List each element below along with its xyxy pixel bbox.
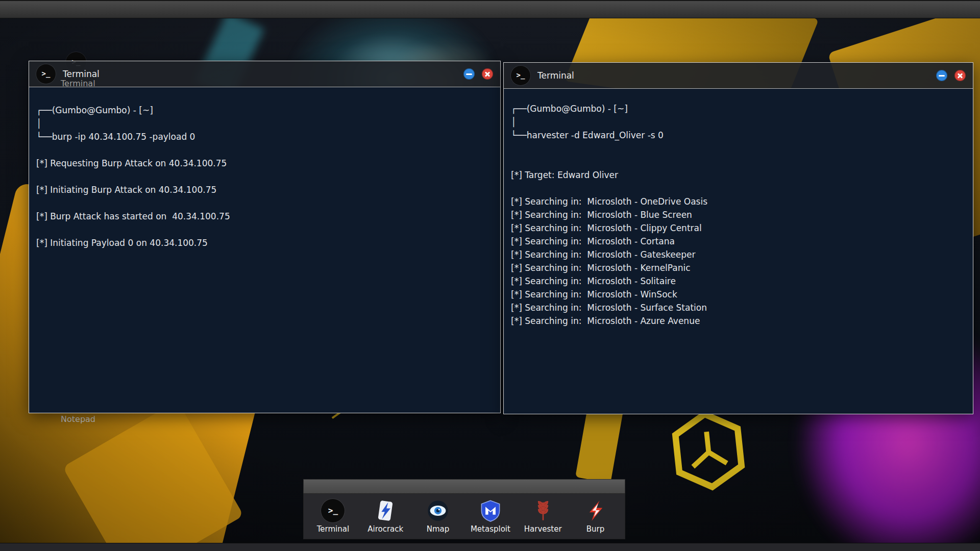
- close-button[interactable]: [954, 70, 966, 81]
- terminal-window-right: Terminal ┌──(Gumbo@Gumbo) - [~] │ └──har…: [503, 62, 973, 414]
- terminal-line: [*] Searching in: Microsloth - Blue Scre…: [511, 208, 968, 221]
- dock-item-label: Harvester: [524, 524, 562, 534]
- terminal-line: [511, 142, 968, 155]
- terminal-line: [*] Searching in: Microsloth - Cortana: [511, 235, 968, 248]
- terminal-line: │: [511, 115, 968, 129]
- terminal-line: [36, 143, 495, 157]
- minimize-button[interactable]: [463, 68, 475, 80]
- terminal-line: [36, 223, 495, 236]
- minimize-button[interactable]: [936, 70, 947, 81]
- metasploit-shield-icon: [479, 499, 502, 522]
- terminal-output[interactable]: ┌──(Gumbo@Gumbo) - [~] │ └──burp -ip 40.…: [29, 87, 500, 413]
- titlebar[interactable]: Terminal: [504, 63, 973, 89]
- terminal-line: [*] Target: Edward Oliver: [511, 168, 968, 182]
- dock-item-metasploit[interactable]: Metasploit: [466, 499, 515, 534]
- terminal-line: [*] Searching in: Microsloth - Surface S…: [511, 301, 968, 314]
- dock-item-label: Metasploit: [471, 524, 510, 534]
- terminal-window-left: Terminal ┌──(Gumbo@Gumbo) - [~] │ └──bur…: [29, 61, 501, 413]
- terminal-icon: [36, 64, 56, 84]
- terminal-line: [*] Searching in: Microsloth - Solitaire: [511, 274, 968, 288]
- dock-item-label: Burp: [586, 524, 605, 534]
- dock-item-label: Terminal: [317, 524, 349, 534]
- harvester-wheat-icon: [531, 499, 555, 522]
- terminal-line: [*] Searching in: Microsloth - WinSock: [511, 288, 968, 301]
- terminal-icon: [321, 499, 345, 522]
- terminal-line: └──burp -ip 40.34.100.75 -payload 0: [36, 130, 495, 143]
- terminal-line: [*] Requesting Burp Attack on 40.34.100.…: [36, 157, 495, 170]
- dock-body: Terminal Airocrack Nmap: [303, 493, 625, 539]
- terminal-line: [*] Searching in: Microsloth - KernelPan…: [511, 261, 968, 274]
- terminal-line: [*] Initiating Burp Attack on 40.34.100.…: [36, 183, 495, 196]
- terminal-line: [*] Searching in: Microsloth - Gateskeep…: [511, 248, 968, 261]
- terminal-line: [511, 155, 968, 168]
- dock-item-airocrack[interactable]: Airocrack: [361, 499, 410, 534]
- terminal-line: [511, 182, 968, 195]
- titlebar[interactable]: Terminal: [29, 61, 500, 87]
- top-panel: [0, 0, 980, 18]
- terminal-line: └──harvester -d Edward_Oliver -s 0: [511, 129, 968, 142]
- window-title: Terminal: [537, 70, 574, 81]
- terminal-line: [*] Burp Attack has started on 40.34.100…: [36, 210, 495, 223]
- dock-item-harvester[interactable]: Harvester: [519, 499, 568, 534]
- background-terminal-window-title[interactable]: Terminal: [61, 79, 95, 88]
- dock-top-strip: [303, 479, 625, 493]
- burp-bolt-icon: [584, 499, 607, 522]
- terminal-line: [36, 196, 495, 210]
- window-title: Terminal: [63, 69, 100, 79]
- terminal-icon: [511, 66, 530, 85]
- terminal-line: [*] Initiating Payload 0 on 40.34.100.75: [36, 236, 495, 249]
- close-button[interactable]: [482, 68, 493, 80]
- background-notepad-window-title[interactable]: Notepad: [61, 414, 95, 424]
- terminal-output[interactable]: ┌──(Gumbo@Gumbo) - [~] │ └──harvester -d…: [504, 89, 973, 414]
- bottom-panel: [0, 543, 980, 551]
- dock-item-terminal[interactable]: Terminal: [308, 499, 357, 534]
- terminal-line: ┌──(Gumbo@Gumbo) - [~]: [511, 102, 968, 115]
- application-dock: Terminal Airocrack Nmap: [303, 479, 625, 539]
- terminal-line: [*] Searching in: Microsloth - OneDrive …: [511, 195, 968, 208]
- terminal-line: │: [36, 117, 495, 130]
- nmap-eye-icon: [426, 499, 450, 522]
- terminal-line: [*] Searching in: Microsloth - Clippy Ce…: [511, 221, 968, 235]
- airocrack-icon: [374, 499, 397, 522]
- dock-item-burp[interactable]: Burp: [571, 499, 620, 534]
- dock-item-label: Airocrack: [368, 524, 403, 534]
- dock-item-nmap[interactable]: Nmap: [413, 499, 462, 534]
- dock-item-label: Nmap: [427, 524, 450, 534]
- terminal-line: [*] Searching in: Microsloth - Azure Ave…: [511, 314, 968, 328]
- terminal-line: ┌──(Gumbo@Gumbo) - [~]: [36, 104, 495, 117]
- terminal-line: [36, 170, 495, 183]
